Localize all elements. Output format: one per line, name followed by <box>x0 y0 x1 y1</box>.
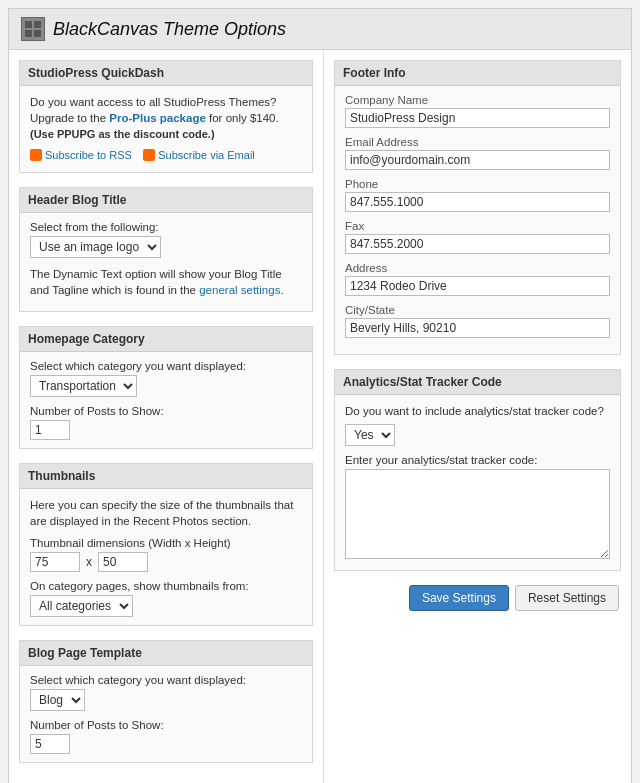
company-name-label: Company Name <box>345 94 610 106</box>
svg-rect-0 <box>25 21 32 28</box>
posts-to-show-input[interactable] <box>30 420 70 440</box>
width-input[interactable] <box>30 552 80 572</box>
email-address-input[interactable] <box>345 150 610 170</box>
citystate-input[interactable] <box>345 318 610 338</box>
analytics-code-label: Enter your analytics/stat tracker code: <box>345 454 610 466</box>
blog-posts-input[interactable] <box>30 734 70 754</box>
footer-info-body: Company Name Email Address Phone Fax <box>335 86 620 354</box>
thumbnails-description: Here you can specify the size of the thu… <box>30 497 302 529</box>
analytics-section: Analytics/Stat Tracker Code Do you want … <box>334 369 621 571</box>
homepage-category-select[interactable]: Transportation <box>30 375 137 397</box>
blog-category-label: Select which category you want displayed… <box>30 674 302 686</box>
thumbnails-section: Thumbnails Here you can specify the size… <box>19 463 313 626</box>
thumbnails-body: Here you can specify the size of the thu… <box>20 489 312 625</box>
analytics-question: Do you want to include analytics/stat tr… <box>345 403 610 419</box>
pro-plus-link[interactable]: Pro-Plus package <box>109 112 206 124</box>
rss-icon <box>30 149 42 161</box>
citystate-label: City/State <box>345 304 610 316</box>
svg-rect-3 <box>34 30 41 37</box>
analytics-code-textarea[interactable] <box>345 469 610 559</box>
height-input[interactable] <box>98 552 148 572</box>
page-title: BlackCanvas Theme Options <box>53 19 286 40</box>
homepage-category-header: Homepage Category <box>20 327 312 352</box>
email-address-row: Email Address <box>345 136 610 170</box>
main-content: StudioPress QuickDash Do you want access… <box>9 50 631 783</box>
quickdash-header: StudioPress QuickDash <box>20 61 312 86</box>
address-label: Address <box>345 262 610 274</box>
quickdash-body: Do you want access to all StudioPress Th… <box>20 86 312 172</box>
header-blog-header: Header Blog Title <box>20 188 312 213</box>
subscribe-email-link[interactable]: Subscribe via Email <box>143 149 255 161</box>
left-column: StudioPress QuickDash Do you want access… <box>9 50 324 783</box>
page-wrapper: BlackCanvas Theme Options StudioPress Qu… <box>8 8 632 783</box>
homepage-category-label: Select which category you want displayed… <box>30 360 302 372</box>
posts-to-show-label: Number of Posts to Show: <box>30 405 302 417</box>
phone-input[interactable] <box>345 192 610 212</box>
analytics-yes-select[interactable]: Yes <box>345 424 395 446</box>
right-column: Footer Info Company Name Email Address P… <box>324 50 631 783</box>
reset-settings-button[interactable]: Reset Settings <box>515 585 619 611</box>
quickdash-text: Do you want access to all StudioPress Th… <box>30 94 302 143</box>
analytics-header: Analytics/Stat Tracker Code <box>335 370 620 395</box>
subscribe-rss-link[interactable]: Subscribe to RSS <box>30 149 132 161</box>
blog-template-body: Select which category you want displayed… <box>20 666 312 762</box>
analytics-body: Do you want to include analytics/stat tr… <box>335 395 620 570</box>
footer-buttons: Save Settings Reset Settings <box>334 585 621 611</box>
fax-row: Fax <box>345 220 610 254</box>
category-pages-select[interactable]: All categories <box>30 595 133 617</box>
discount-note: (Use PPUPG as the discount code.) <box>30 128 215 140</box>
blog-template-section: Blog Page Template Select which category… <box>19 640 313 763</box>
blog-template-header: Blog Page Template <box>20 641 312 666</box>
header-blog-section: Header Blog Title Select from the follow… <box>19 187 313 312</box>
phone-row: Phone <box>345 178 610 212</box>
svg-rect-1 <box>34 21 41 28</box>
homepage-category-body: Select which category you want displayed… <box>20 352 312 448</box>
phone-label: Phone <box>345 178 610 190</box>
blog-category-select[interactable]: Blog <box>30 689 85 711</box>
header-blog-body: Select from the following: Use an image … <box>20 213 312 311</box>
quickdash-section: StudioPress QuickDash Do you want access… <box>19 60 313 173</box>
address-input[interactable] <box>345 276 610 296</box>
footer-info-section: Footer Info Company Name Email Address P… <box>334 60 621 355</box>
footer-info-header: Footer Info <box>335 61 620 86</box>
general-settings-link[interactable]: general settings <box>199 284 280 296</box>
theme-icon <box>21 17 45 41</box>
fax-label: Fax <box>345 220 610 232</box>
save-settings-button[interactable]: Save Settings <box>409 585 509 611</box>
fax-input[interactable] <box>345 234 610 254</box>
header-blog-label: Select from the following: <box>30 221 302 233</box>
dimensions-label: Thumbnail dimensions (Width x Height) <box>30 537 302 549</box>
email-address-label: Email Address <box>345 136 610 148</box>
separator: x <box>86 555 92 569</box>
page-header: BlackCanvas Theme Options <box>9 9 631 50</box>
thumbnails-header: Thumbnails <box>20 464 312 489</box>
svg-rect-2 <box>25 30 32 37</box>
header-blog-description: The Dynamic Text option will show your B… <box>30 266 302 298</box>
rss-links: Subscribe to RSS Subscribe via Email <box>30 149 302 164</box>
blog-posts-label: Number of Posts to Show: <box>30 719 302 731</box>
email-rss-icon <box>143 149 155 161</box>
homepage-category-section: Homepage Category Select which category … <box>19 326 313 449</box>
address-row: Address <box>345 262 610 296</box>
category-pages-label: On category pages, show thumbnails from: <box>30 580 302 592</box>
company-name-input[interactable] <box>345 108 610 128</box>
citystate-row: City/State <box>345 304 610 338</box>
image-logo-select[interactable]: Use an image logo <box>30 236 161 258</box>
company-name-row: Company Name <box>345 94 610 128</box>
